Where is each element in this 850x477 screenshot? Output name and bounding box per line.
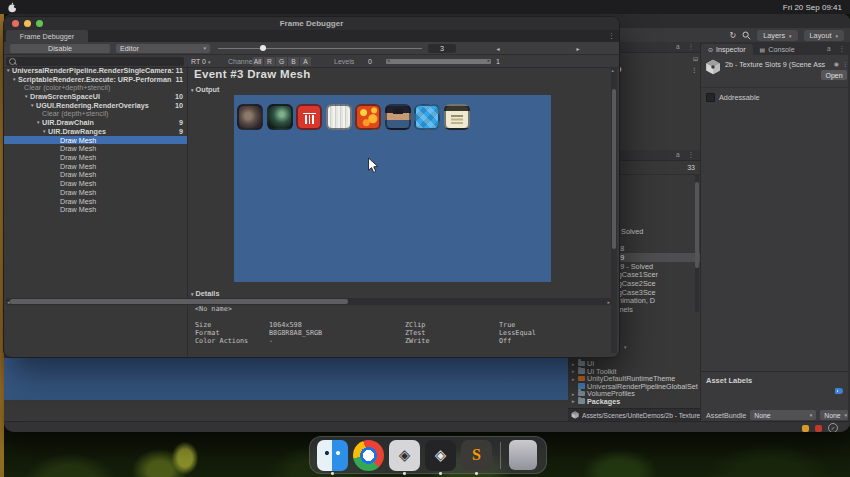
- event-tree-row[interactable]: ▼ UniversalRenderPipeline.RenderSingleCa…: [4, 66, 187, 75]
- thumb-hero-portrait[interactable]: [385, 104, 411, 130]
- assetbundle-dropdown[interactable]: None ▾: [750, 410, 816, 420]
- addressable-checkbox[interactable]: [706, 93, 715, 102]
- event-tree-row[interactable]: Draw Mesh: [4, 197, 187, 206]
- event-tree-row[interactable]: ▼ UGUI.Rendering.RenderOverlays 10: [4, 101, 187, 110]
- lock-icon[interactable]: a: [676, 151, 683, 158]
- asset-labels-header[interactable]: Asset Labels: [701, 372, 850, 385]
- chevron-down-icon: ▾: [835, 33, 838, 39]
- search-icon[interactable]: [742, 31, 751, 40]
- layout-dropdown[interactable]: Layout ▾: [804, 30, 844, 41]
- project-scrollbar[interactable]: [695, 174, 699, 312]
- zoom-window-button[interactable]: [36, 20, 43, 27]
- tab-frame-debugger[interactable]: Frame Debugger: [6, 30, 88, 42]
- event-tree-row[interactable]: Draw Mesh: [4, 144, 187, 153]
- scroll-up-icon[interactable]: ▴: [612, 68, 614, 73]
- open-button[interactable]: Open: [821, 70, 847, 80]
- close-window-button[interactable]: [12, 20, 19, 27]
- target-dropdown[interactable]: Editor ▾: [116, 44, 210, 53]
- rt-dropdown[interactable]: RT 0 ▾: [191, 58, 210, 65]
- event-tree-row[interactable]: ▼ DrawScreenSpaceUI 10: [4, 92, 187, 101]
- horizontal-scrollbar[interactable]: ◂ ▸: [6, 298, 611, 305]
- previous-event-button[interactable]: ◂: [462, 42, 534, 54]
- lock-icon[interactable]: a: [676, 43, 683, 50]
- expander-icon[interactable]: ▸: [572, 376, 576, 382]
- menubar-clock[interactable]: Fri 20 Sep 09:41: [783, 3, 842, 12]
- disable-button[interactable]: Disable: [10, 44, 110, 53]
- tab-inspector[interactable]: ⊙ Inspector: [701, 44, 753, 55]
- label-tag-icon[interactable]: [835, 388, 843, 394]
- thumb-lava-texture[interactable]: [355, 104, 381, 130]
- kebab-menu-icon[interactable]: ⋮: [688, 43, 698, 50]
- event-tree-row[interactable]: ▼ ScriptableRenderer.Execute: URP-Perfor…: [4, 75, 187, 84]
- dock-app-unity-hub[interactable]: ◈: [389, 440, 420, 471]
- expander-icon[interactable]: ▸: [572, 391, 576, 397]
- search-input[interactable]: [6, 57, 184, 66]
- event-tree-row[interactable]: Clear (depth+stencil): [4, 110, 187, 119]
- channel-button[interactable]: A: [300, 57, 312, 66]
- render-target-preview[interactable]: [234, 95, 551, 282]
- event-tree-row[interactable]: Draw Mesh: [4, 188, 187, 197]
- event-tree-row[interactable]: Draw Mesh: [4, 206, 187, 215]
- version-control-icon[interactable]: ↻: [729, 32, 736, 40]
- expander-icon[interactable]: ▸: [572, 398, 576, 404]
- event-tree-row[interactable]: Clear (color+depth+stencil): [4, 83, 187, 92]
- scrollbar-thumb[interactable]: [10, 299, 348, 304]
- tab-console[interactable]: ▤ Console: [753, 44, 802, 55]
- scroll-right-icon[interactable]: ▸: [607, 299, 610, 305]
- event-slider[interactable]: [218, 48, 422, 50]
- panel-corner-icon[interactable]: ⊡: [693, 55, 698, 62]
- expander-icon[interactable]: ▸: [572, 361, 576, 367]
- event-tree-row[interactable]: Draw Mesh: [4, 162, 187, 171]
- output-section-header[interactable]: ▾Output: [191, 85, 219, 94]
- apple-logo-icon[interactable]: [8, 2, 17, 13]
- event-tree-row[interactable]: Draw Mesh: [4, 179, 187, 188]
- kebab-menu-icon[interactable]: ⋮: [608, 32, 615, 40]
- channel-button[interactable]: G: [276, 57, 288, 66]
- thumb-witch-sprite[interactable]: [267, 104, 293, 130]
- kebab-menu-icon[interactable]: ⋮: [691, 66, 697, 73]
- dock-app-sublime-text[interactable]: S: [461, 440, 492, 471]
- lock-icon[interactable]: a: [827, 45, 834, 52]
- dock-trash[interactable]: [509, 440, 537, 470]
- thumb-werewolf-sprite[interactable]: [237, 104, 263, 130]
- event-tree-row[interactable]: ▼ UIR.DrawRanges 9: [4, 127, 187, 136]
- project-folder-item[interactable]: ▸ Packages: [572, 398, 620, 405]
- event-tree-row[interactable]: Draw Mesh: [4, 153, 187, 162]
- expander-icon[interactable]: ▸: [572, 368, 576, 374]
- layout-label: Layout: [810, 31, 832, 40]
- event-tree-row[interactable]: ▼ UIR.DrawChain 9: [4, 118, 187, 127]
- vertical-scrollbar[interactable]: ▴: [611, 67, 617, 353]
- check-status-icon[interactable]: ✓: [828, 423, 838, 432]
- thumb-blue-diamond-pattern[interactable]: [414, 104, 440, 130]
- dock-app-chrome[interactable]: [353, 440, 384, 471]
- details-key: Format: [195, 329, 269, 337]
- render-target-name: <No name>: [187, 305, 611, 313]
- channel-button[interactable]: B: [288, 57, 300, 66]
- minimize-window-button[interactable]: [24, 20, 31, 27]
- channel-button[interactable]: All: [252, 57, 264, 66]
- event-label: UniversalRenderPipeline.RenderSingleCame…: [12, 66, 174, 75]
- progress-badge-icon[interactable]: [802, 425, 809, 432]
- kebab-menu-icon[interactable]: ⋮: [688, 151, 698, 158]
- thumb-sample-card[interactable]: [444, 104, 470, 130]
- dock-app-finder[interactable]: [317, 440, 348, 471]
- scrollbar-thumb[interactable]: [612, 89, 616, 249]
- scroll-caret-icon[interactable]: ▾: [624, 344, 627, 350]
- event-label: Draw Mesh: [60, 179, 96, 188]
- event-tree-row[interactable]: Draw Mesh: [4, 136, 187, 145]
- kebab-menu-icon[interactable]: ⋮: [839, 45, 849, 52]
- layers-dropdown[interactable]: Layers ▾: [757, 30, 797, 41]
- help-icon[interactable]: ◉: [834, 60, 839, 67]
- assetbundle-variant-dropdown[interactable]: None ▾: [820, 410, 848, 420]
- event-number-field[interactable]: 3: [428, 44, 456, 53]
- window-titlebar[interactable]: Frame Debugger: [4, 17, 619, 30]
- thumb-fur-texture[interactable]: [326, 104, 352, 130]
- next-event-button[interactable]: ▸: [542, 42, 614, 54]
- channel-button[interactable]: R: [264, 57, 276, 66]
- event-slider-knob[interactable]: [260, 45, 266, 51]
- thumb-delete-icon-texture[interactable]: [296, 104, 322, 130]
- error-badge-icon[interactable]: [815, 425, 822, 432]
- event-tree-row[interactable]: Draw Mesh: [4, 171, 187, 180]
- dock-app-unity-editor[interactable]: ◈: [425, 440, 456, 471]
- levels-slider[interactable]: [386, 59, 491, 64]
